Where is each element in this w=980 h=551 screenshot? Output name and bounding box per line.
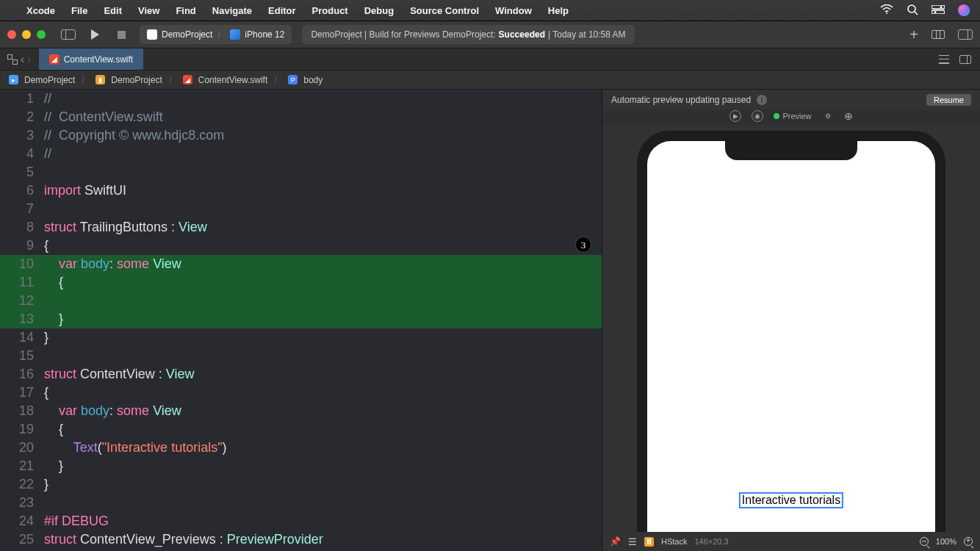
preview-text-element[interactable]: Interactive tutorials	[739, 492, 843, 508]
code-line[interactable]: 10 var body: some View	[0, 255, 602, 273]
code-content[interactable]: //	[44, 145, 602, 163]
menu-navigate[interactable]: Navigate	[212, 5, 252, 16]
code-line[interactable]: 25struct ContentView_Previews : PreviewP…	[0, 530, 602, 549]
code-line[interactable]: 9{	[0, 237, 602, 255]
preview-label[interactable]: Preview	[774, 112, 811, 120]
code-content[interactable]: }	[44, 475, 602, 494]
spotlight-icon[interactable]	[907, 4, 918, 18]
code-content[interactable]	[44, 347, 602, 365]
code-content[interactable]: Text("Interactive tutorials")	[44, 439, 602, 457]
nav-forward-button[interactable]: ›	[27, 53, 31, 66]
code-content[interactable]: {	[44, 383, 602, 402]
jumpbar-seg-1[interactable]: DemoProject	[111, 75, 162, 85]
menu-editor[interactable]: Editor	[268, 5, 296, 16]
navigator-toggle-button[interactable]	[60, 26, 76, 43]
jumpbar-seg-3[interactable]: body	[303, 75, 323, 85]
zoom-window-button[interactable]	[37, 30, 46, 39]
code-line[interactable]: 1//	[0, 90, 602, 108]
code-line[interactable]: 6import SwiftUI	[0, 181, 602, 200]
error-count-badge[interactable]: 3	[575, 237, 591, 253]
close-window-button[interactable]	[7, 30, 16, 39]
code-content[interactable]: import SwiftUI	[44, 181, 602, 200]
minimize-window-button[interactable]	[22, 30, 31, 39]
code-content[interactable]: }	[44, 328, 602, 347]
menu-source-control[interactable]: Source Control	[410, 5, 479, 16]
code-line[interactable]: 12	[0, 292, 602, 310]
code-content[interactable]	[44, 292, 602, 310]
code-content[interactable]: struct ContentView_Previews : PreviewPro…	[44, 530, 602, 549]
code-line[interactable]: 19 {	[0, 420, 602, 439]
zoom-level-label[interactable]: 100%	[936, 537, 956, 546]
library-button[interactable]: +	[909, 26, 918, 43]
code-review-button[interactable]	[932, 30, 945, 39]
menu-debug[interactable]: Debug	[364, 5, 394, 16]
code-line[interactable]: 20 Text("Interactive tutorials")	[0, 439, 602, 457]
code-content[interactable]: {	[44, 420, 602, 439]
code-content[interactable]: var body: some View	[44, 402, 602, 420]
code-content[interactable]: {	[44, 237, 602, 255]
code-line[interactable]: 11 {	[0, 273, 602, 292]
menu-edit[interactable]: Edit	[104, 5, 122, 16]
inspect-preview-button[interactable]: ◉	[752, 110, 763, 122]
canvas-area[interactable]: Interactive tutorials	[602, 125, 980, 532]
wifi-icon[interactable]	[880, 4, 893, 16]
info-icon[interactable]: i	[757, 95, 767, 105]
code-content[interactable]: // Copyright © www.hdjc8.com	[44, 126, 602, 145]
code-content[interactable]	[44, 494, 602, 512]
stop-button[interactable]	[113, 26, 129, 43]
code-content[interactable]: struct TrailingButtons : View	[44, 218, 602, 237]
code-content[interactable]: #if DEBUG	[44, 512, 602, 530]
control-center-icon[interactable]	[932, 4, 945, 16]
code-content[interactable]	[44, 200, 602, 218]
code-content[interactable]	[44, 163, 602, 181]
code-line[interactable]: 17{	[0, 383, 602, 402]
code-content[interactable]: var body: some View	[44, 255, 602, 273]
editor-options-button[interactable]	[939, 55, 949, 64]
selected-element-label[interactable]: HStack	[661, 537, 687, 546]
menu-file[interactable]: File	[71, 5, 87, 16]
menu-window[interactable]: Window	[495, 5, 532, 16]
jumpbar-seg-2[interactable]: ContentView.swift	[198, 75, 268, 85]
code-line[interactable]: 13 }	[0, 310, 602, 328]
source-editor[interactable]: 3 1//2// ContentView.swift3// Copyright …	[0, 90, 602, 551]
code-line[interactable]: 23	[0, 494, 602, 512]
menu-product[interactable]: Product	[312, 5, 348, 16]
code-line[interactable]: 4//	[0, 145, 602, 163]
code-line[interactable]: 3// Copyright © www.hdjc8.com	[0, 126, 602, 145]
code-content[interactable]: }	[44, 310, 602, 328]
device-screen[interactable]: Interactive tutorials	[647, 141, 935, 532]
jump-bar[interactable]: ▸ DemoProject 〉 ▮ DemoProject 〉 ◢ Conten…	[0, 71, 980, 90]
code-line[interactable]: 21 }	[0, 457, 602, 475]
code-content[interactable]: }	[44, 457, 602, 475]
zoom-in-button[interactable]	[964, 537, 973, 546]
code-line[interactable]: 8struct TrailingButtons : View	[0, 218, 602, 237]
code-content[interactable]: // ContentView.swift	[44, 108, 602, 126]
activity-viewer[interactable]: DemoProject | Build for Previews DemoPro…	[302, 25, 634, 44]
code-content[interactable]: //	[44, 90, 602, 108]
code-line[interactable]: 22}	[0, 475, 602, 494]
code-line[interactable]: 16struct ContentView : View	[0, 365, 602, 383]
code-content[interactable]: {	[44, 273, 602, 292]
menu-help[interactable]: Help	[548, 5, 569, 16]
code-line[interactable]: 5	[0, 163, 602, 181]
siri-icon[interactable]	[958, 4, 970, 16]
duplicate-preview-button[interactable]: ⊕	[844, 110, 853, 122]
resume-button[interactable]: Resume	[926, 94, 971, 106]
pin-preview-button[interactable]: 📌	[610, 536, 621, 547]
live-preview-button[interactable]: ▶	[729, 110, 741, 122]
code-content[interactable]: struct ContentView : View	[44, 365, 602, 383]
code-line[interactable]: 2// ContentView.swift	[0, 108, 602, 126]
menu-find[interactable]: Find	[176, 5, 195, 16]
app-menu[interactable]: Xcode	[26, 5, 55, 16]
jumpbar-seg-0[interactable]: DemoProject	[24, 75, 75, 85]
code-line[interactable]: 7	[0, 200, 602, 218]
code-line[interactable]: 14}	[0, 328, 602, 347]
breadcrumb-icon[interactable]: ☰	[628, 536, 637, 547]
menu-view[interactable]: View	[138, 5, 159, 16]
device-settings-button[interactable]: ⚙	[822, 110, 834, 122]
code-line[interactable]: 15	[0, 347, 602, 365]
nav-back-button[interactable]: ‹	[21, 53, 24, 66]
inspector-toggle-button[interactable]	[958, 29, 973, 40]
adjust-editor-button[interactable]	[959, 55, 971, 64]
zoom-out-button[interactable]	[920, 537, 929, 546]
